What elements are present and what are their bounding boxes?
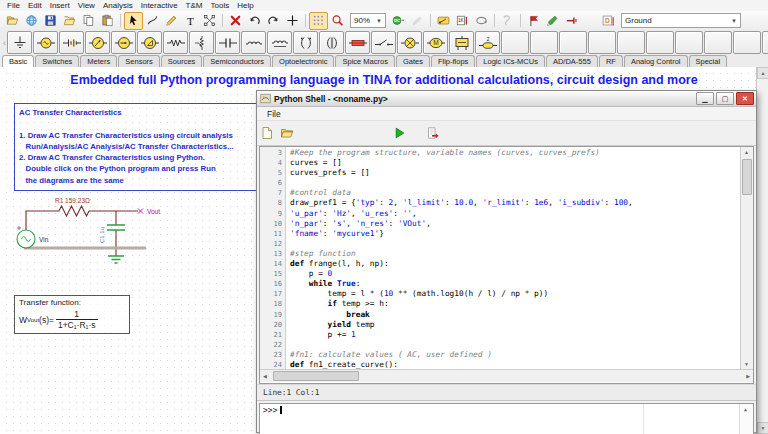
scroll-up-icon[interactable]: ▲ bbox=[757, 67, 768, 79]
open-file-button[interactable] bbox=[3, 12, 22, 30]
green-marker-button[interactable] bbox=[543, 12, 562, 30]
tab-semiconductors[interactable]: Semiconductors bbox=[203, 55, 271, 67]
redo-button[interactable] bbox=[264, 12, 283, 30]
menu-file[interactable]: File bbox=[3, 0, 24, 11]
delete-x-button[interactable] bbox=[226, 12, 245, 30]
vin-source[interactable]: Vin bbox=[17, 226, 49, 248]
text-tool-button[interactable]: T bbox=[181, 12, 200, 30]
menu-tm[interactable]: T&M bbox=[182, 0, 207, 11]
tab-sources[interactable]: Sources bbox=[161, 55, 203, 67]
polygon-select-button[interactable] bbox=[200, 12, 219, 30]
component-jumper-2[interactable]: 2 bbox=[475, 31, 500, 54]
scroll-right-icon[interactable]: ▶ bbox=[746, 373, 750, 379]
open-file2-button[interactable] bbox=[277, 124, 297, 142]
component-transformer[interactable] bbox=[293, 31, 318, 54]
tab-flip-flops[interactable]: Flip-flops bbox=[431, 55, 475, 67]
component-ammeter[interactable] bbox=[111, 31, 136, 54]
instruction-note-box[interactable]: AC Transfer Characteristics 1. Draw AC T… bbox=[14, 103, 262, 191]
component-voltage-source[interactable] bbox=[33, 31, 58, 54]
console-output[interactable]: >>> bbox=[260, 404, 643, 434]
component-capacitor[interactable] bbox=[215, 31, 240, 54]
pencil-button[interactable] bbox=[162, 12, 181, 30]
scroll-down-icon[interactable]: ▼ bbox=[744, 361, 749, 367]
interactive-switch-button[interactable] bbox=[434, 12, 453, 30]
editor-vertical-scrollbar[interactable]: ▲ ▼ bbox=[740, 147, 753, 369]
crosshair-button[interactable] bbox=[283, 12, 302, 30]
resistor-r1[interactable]: R1 159.23Ω bbox=[55, 197, 96, 216]
vout-pin[interactable]: Vout bbox=[138, 208, 160, 215]
python-shell-titlebar[interactable]: Python Shell - <noname.py> ▁ ▢ ✕ bbox=[257, 91, 756, 107]
menu-analysis[interactable]: Analysis bbox=[99, 0, 137, 11]
run-script-button[interactable] bbox=[423, 124, 443, 142]
tab-switches[interactable]: Switches bbox=[35, 55, 79, 67]
menu-insert[interactable]: Insert bbox=[46, 0, 74, 11]
ground-symbol[interactable] bbox=[108, 256, 124, 263]
world-open-button[interactable] bbox=[22, 12, 41, 30]
select-cursor-button[interactable] bbox=[124, 12, 143, 30]
component-fuse[interactable] bbox=[345, 31, 370, 54]
tab-rf[interactable]: RF bbox=[599, 55, 623, 67]
paste-button[interactable] bbox=[98, 12, 117, 30]
wire-hook-button[interactable] bbox=[143, 12, 162, 30]
component-switch[interactable] bbox=[371, 31, 396, 54]
python-console[interactable]: >>> ▲ bbox=[259, 403, 754, 434]
component-battery[interactable] bbox=[59, 31, 84, 54]
tab-ad-da-555[interactable]: AD/DA-555 bbox=[546, 55, 598, 67]
scroll-up-icon[interactable]: ▲ bbox=[744, 406, 747, 412]
component-potentiometer[interactable] bbox=[189, 31, 214, 54]
copy-button[interactable] bbox=[79, 12, 98, 30]
menu-interactive[interactable]: Interactive bbox=[137, 0, 182, 11]
scrollbar-thumb[interactable] bbox=[742, 159, 752, 195]
component-ground[interactable] bbox=[7, 31, 32, 54]
python-menu-file[interactable]: File bbox=[262, 109, 286, 119]
menu-edit[interactable]: Edit bbox=[24, 0, 46, 11]
flag-pin-button[interactable] bbox=[524, 12, 543, 30]
dc-meter-button[interactable]: DC bbox=[389, 12, 408, 30]
run-button[interactable] bbox=[389, 124, 409, 142]
component-inductor[interactable] bbox=[241, 31, 266, 54]
grid-toggle-button[interactable] bbox=[309, 12, 328, 30]
component-iron-transformer[interactable] bbox=[319, 31, 344, 54]
logic-indicator-button[interactable]: 1K bbox=[453, 12, 472, 30]
component-wattmeter[interactable] bbox=[137, 31, 162, 54]
schematic-vertical-scrollbar[interactable]: ▲ ▼ bbox=[756, 67, 768, 434]
tab-spice-macros[interactable]: Spice Macros bbox=[335, 55, 394, 67]
maximize-button[interactable]: ▢ bbox=[716, 92, 734, 105]
component-voltmeter[interactable] bbox=[85, 31, 110, 54]
tab-logic-ics-mcus[interactable]: Logic ICs-MCUs bbox=[476, 55, 545, 67]
ground-select[interactable]: Ground ▼ bbox=[621, 13, 741, 28]
scroll-left-icon[interactable]: ‹ bbox=[3, 38, 6, 48]
tab-sensors[interactable]: Sensors bbox=[118, 55, 160, 67]
editor-horizontal-scrollbar[interactable]: ◀ ▶ bbox=[260, 369, 753, 382]
code-editor[interactable]: #Keep the program structure, variable na… bbox=[286, 147, 740, 369]
zoom-level-select[interactable]: 90% ▼ bbox=[350, 13, 386, 28]
scroll-up-icon[interactable]: ▲ bbox=[744, 149, 749, 155]
tab-analog-control[interactable]: Analog Control bbox=[624, 55, 688, 67]
zoom-magnifier-button[interactable] bbox=[328, 12, 347, 30]
component-relay[interactable] bbox=[449, 31, 474, 54]
component-coupled-inductor[interactable] bbox=[267, 31, 292, 54]
transfer-function-box[interactable]: Transfer function: WVout(s)= 1 1+C₁·R₁·s bbox=[14, 295, 130, 334]
close-button[interactable]: ✕ bbox=[736, 92, 754, 105]
red-probe-button[interactable] bbox=[562, 12, 581, 30]
component-resistor[interactable] bbox=[163, 31, 188, 54]
tab-special[interactable]: Special bbox=[689, 55, 728, 67]
save-button[interactable] bbox=[41, 12, 60, 30]
loop-tool-button[interactable] bbox=[472, 12, 491, 30]
tab-basic[interactable]: Basic bbox=[2, 55, 34, 67]
scroll-down-icon[interactable]: ▼ bbox=[757, 422, 768, 434]
open-folder-button[interactable] bbox=[60, 12, 79, 30]
new-file-button[interactable] bbox=[257, 124, 277, 142]
symbol-box-button[interactable]: D bbox=[599, 12, 618, 30]
component-motor[interactable]: M bbox=[423, 31, 448, 54]
minimize-button[interactable]: ▁ bbox=[696, 92, 714, 105]
component-lamp[interactable] bbox=[397, 31, 422, 54]
scrollbar-thumb[interactable] bbox=[273, 371, 359, 381]
tab-gates[interactable]: Gates bbox=[396, 55, 430, 67]
console-scrollbar[interactable]: ▲ bbox=[739, 404, 753, 434]
circuit-diagram[interactable]: Vin R1 159.23Ω C1 1u Vout bbox=[4, 195, 174, 303]
menu-view[interactable]: View bbox=[74, 0, 99, 11]
scroll-left-icon[interactable]: ◀ bbox=[263, 373, 267, 379]
wire[interactable] bbox=[26, 211, 138, 230]
menu-tools[interactable]: Tools bbox=[207, 0, 234, 11]
